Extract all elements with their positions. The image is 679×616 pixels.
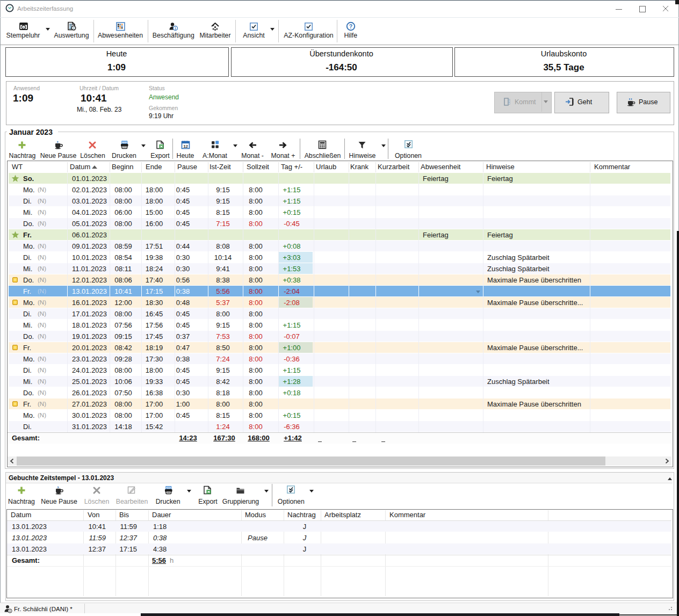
svg-text:?: ?: [349, 23, 352, 30]
svg-text:12: 12: [183, 144, 188, 149]
